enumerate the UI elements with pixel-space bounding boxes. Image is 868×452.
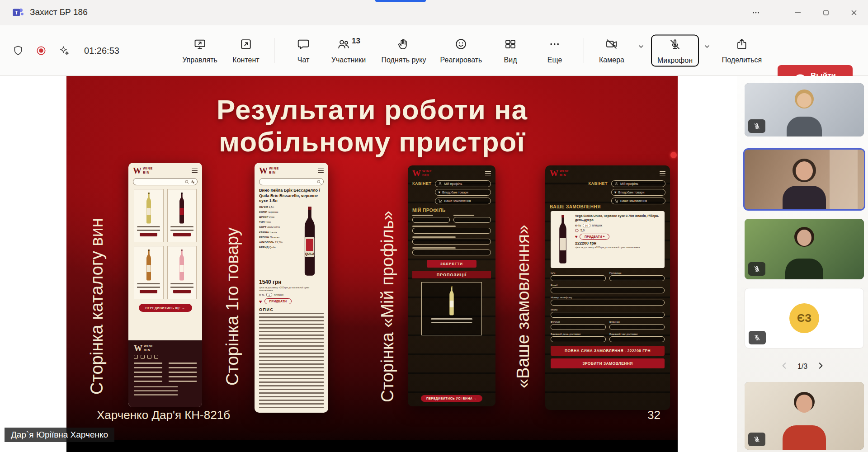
delivery-note: ціна за доставку +200грн до загальної су… (259, 286, 324, 292)
security-shield-icon[interactable] (12, 45, 24, 56)
menu-item-favorites: ♥ Вподобані товари (435, 189, 491, 196)
text-skeleton (137, 283, 160, 288)
mic-muted-indicator (748, 433, 765, 446)
avatar-initials: ЄЗ (789, 303, 819, 333)
rating-value: 5,0 (580, 229, 585, 232)
manage-button[interactable]: Управлять (182, 37, 217, 64)
footer-hours-skeleton (134, 386, 178, 398)
text-skeleton (170, 283, 193, 288)
hamburger-menu-icon (192, 169, 198, 173)
text-skeleton (170, 226, 193, 231)
text-input (551, 300, 665, 306)
meeting-toolbar: 01:26:53 Управлять Контент Чат 13 Участн… (0, 25, 868, 76)
winebin-logo: WWINE BIN (550, 169, 571, 178)
site-footer: WWINE BIN (128, 340, 202, 407)
hamburger-menu-icon (318, 169, 324, 173)
slide-letterbox (66, 440, 678, 452)
titlebar-more-button[interactable] (740, 0, 772, 25)
participants-button[interactable]: 13 Участники (331, 37, 366, 64)
order-product-name: Vega Sicilia Unico, червоне сухе 0.75л І… (575, 214, 661, 222)
footer-links-skeleton (169, 363, 197, 382)
text-input (412, 250, 491, 255)
field-label-skeleton (412, 215, 433, 216)
minimize-button[interactable] (784, 0, 812, 25)
people-icon (337, 37, 350, 52)
window-title: Захист БР 186 (30, 7, 88, 17)
field-label-skeleton (412, 247, 456, 249)
toolbar-divider (584, 38, 584, 63)
field-label-skeleton (453, 215, 474, 216)
menu-item-favorites: ♥ Вподобані товари (611, 189, 665, 196)
shared-slide: Результати роботи на мобільному пристрої… (66, 76, 678, 452)
quantity-stepper: 1 (266, 293, 272, 297)
text-input (412, 228, 491, 234)
share-button[interactable]: Поделиться (722, 37, 762, 64)
social-icons (134, 355, 197, 359)
favorite-heart-icon: ♥ (259, 299, 262, 304)
chat-button[interactable]: Чат (297, 37, 310, 64)
order-total-bar: ПОВНА СУМА ЗАМОВЛЕННЯ - 222200 ГРН (551, 346, 665, 356)
participant-tile[interactable] (745, 219, 864, 279)
product-title: Вино Кейла Брік Бессарелло / Quila Bric … (259, 188, 324, 204)
share-tray-icon (735, 37, 749, 52)
recording-indicator-icon (35, 45, 47, 56)
react-button[interactable]: Реагировать (440, 37, 482, 64)
camera-chevron-button[interactable] (637, 43, 645, 52)
favorite-heart-icon: ♥ (575, 234, 578, 239)
winebin-logo: WWINE BIN (133, 166, 155, 175)
price-skeleton (173, 290, 191, 293)
participant-tile[interactable] (745, 382, 864, 450)
participant-tile-active-speaker[interactable] (743, 148, 865, 211)
order-product-card: Vega Sicilia Unico, червоне сухе 0.75л І… (551, 211, 665, 268)
mic-chevron-button[interactable] (703, 43, 711, 52)
svg-text:QUILA: QUILA (305, 252, 315, 256)
buy-button: ПРИДБАТИ + (580, 234, 610, 240)
price-skeleton (140, 290, 157, 293)
text-input (551, 287, 665, 293)
hamburger-menu-icon (485, 171, 491, 176)
text-input (412, 217, 450, 223)
text-input (412, 239, 491, 245)
text-input (551, 336, 606, 342)
mic-button[interactable]: Микрофон (651, 34, 699, 66)
price-skeleton (173, 233, 191, 236)
participant-tile[interactable] (745, 83, 864, 137)
product-card (134, 189, 164, 242)
raise-hand-icon (397, 37, 410, 52)
winebin-logo: WWINE BIN (259, 166, 281, 175)
close-button[interactable] (840, 0, 868, 25)
search-bar (259, 178, 324, 185)
pager-next-button[interactable] (816, 362, 825, 372)
window-accent-bar (375, 0, 426, 2)
label-catalog-page: Сторінка каталогу вин (87, 166, 107, 447)
search-bar (133, 178, 198, 185)
label-profile-page: Сторінка «Мій профіль» (378, 166, 397, 447)
text-input (551, 275, 606, 281)
pager-previous-button[interactable] (780, 362, 788, 372)
more-dots-icon (548, 37, 561, 52)
hamburger-menu-icon (660, 171, 665, 176)
copilot-sparkle-icon[interactable] (58, 45, 70, 56)
chat-icon (297, 37, 310, 52)
content-button[interactable]: Контент (232, 37, 259, 64)
quantity-row: кі-ть 1 пляшок (259, 293, 324, 297)
description-heading: ОПИС (259, 307, 324, 312)
meeting-timer: 01:26:53 (84, 45, 119, 56)
phone-screenshot-product: WWINE BIN Вино Кейла Брік Бессарелло / Q… (255, 163, 328, 413)
more-button[interactable]: Еще (547, 37, 562, 64)
text-skeleton (431, 318, 472, 323)
maximize-button[interactable] (812, 0, 840, 25)
order-form: Ім'я Прізвище Email Номер телефону Місто… (551, 272, 665, 342)
raise-hand-button[interactable]: Поднять руку (382, 37, 426, 64)
mic-muted-indicator (748, 262, 765, 276)
camera-button[interactable]: Камера (599, 37, 624, 64)
text-input (551, 312, 665, 318)
cabinet-heading: КАБІНЕТ (589, 181, 608, 186)
quantity-stepper: 10 (583, 224, 590, 227)
slide-author: Харченко Дар'я КН-821б (97, 408, 230, 422)
order-bottle-image (554, 214, 571, 264)
product-price: 1540 грн (259, 279, 324, 285)
participant-tile[interactable]: ЄЗ (745, 288, 864, 348)
menu-item-profile: Мій профіль (611, 180, 665, 187)
view-button[interactable]: Вид (504, 37, 517, 64)
